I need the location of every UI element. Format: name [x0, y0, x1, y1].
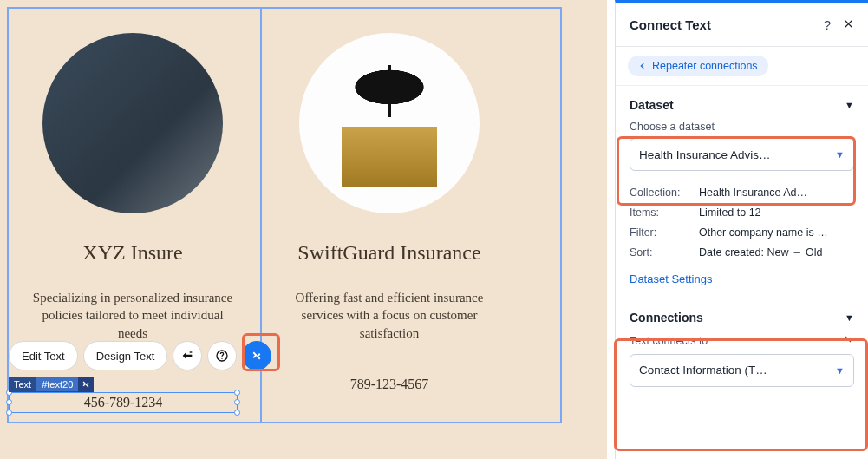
chevron-down-icon: ▼ [845, 312, 854, 323]
breadcrumb-back[interactable]: Repeater connections [628, 56, 768, 76]
meta-key: Sort: [630, 243, 692, 263]
dataset-dropdown-value: Health Insurance Advis… [639, 148, 771, 161]
connect-panel: Connect Text ? Repeater connections Data… [615, 0, 868, 459]
text-connects-value: Contact Information (T… [639, 364, 767, 377]
dataset-meta: Collection:Health Insurance Ad… Items:Li… [616, 178, 868, 264]
card-title: SwiftGuard Insurance [297, 241, 480, 265]
panel-close-icon[interactable] [843, 17, 854, 33]
animation-button[interactable] [173, 341, 202, 370]
repeater-item[interactable]: SwiftGuard Insurance Offering fast and e… [260, 7, 512, 423]
editor-canvas[interactable]: XYZ Insure Specializing in personalized … [0, 0, 607, 459]
meta-value: Health Insurance Ad… [699, 183, 854, 203]
text-connects-label: Text connects to [630, 335, 708, 347]
panel-help-icon[interactable]: ? [824, 17, 831, 32]
dataset-settings-link[interactable]: Dataset Settings [616, 264, 868, 298]
panel-header: Connect Text ? [616, 3, 868, 47]
card-description: Offering fast and efficient insurance se… [285, 289, 493, 342]
dataset-section-header[interactable]: Dataset ▼ [616, 86, 868, 121]
choose-dataset-label: Choose a dataset [616, 121, 868, 138]
meta-key: Items: [630, 203, 692, 223]
help-button[interactable] [207, 341, 237, 370]
connections-section-label: Connections [630, 311, 703, 325]
selection-box[interactable] [9, 392, 238, 413]
svg-point-1 [222, 358, 223, 359]
chevron-down-icon: ▼ [835, 365, 845, 376]
meta-key: Filter: [630, 223, 692, 243]
card-image [42, 33, 223, 213]
dataset-section-label: Dataset [630, 98, 674, 112]
meta-value: Date created: New → Old [699, 243, 854, 263]
selection-id-label: #text20 [36, 377, 78, 391]
connect-icon [842, 333, 854, 349]
breadcrumb-label: Repeater connections [652, 60, 758, 72]
panel-title: Connect Text [630, 17, 711, 32]
card-title: XYZ Insure [82, 241, 182, 265]
text-connects-dropdown[interactable]: Contact Information (T… ▼ [630, 354, 854, 387]
connect-data-button[interactable] [242, 341, 271, 370]
meta-key: Collection: [630, 183, 692, 203]
design-text-button[interactable]: Design Text [83, 341, 168, 370]
card-description: Specializing in personalized insurance p… [29, 289, 237, 342]
selection-tag: Text #text20 [9, 377, 94, 392]
meta-value: Limited to 12 [699, 203, 854, 223]
selection-kind-label: Text [9, 377, 36, 391]
element-toolbar: Edit Text Design Text [9, 340, 271, 371]
breadcrumb-row: Repeater connections [616, 47, 868, 86]
meta-value: Other company name is … [699, 223, 854, 243]
connections-section-header[interactable]: Connections ▼ [616, 298, 868, 333]
selection-data-icon [78, 377, 94, 392]
chevron-down-icon: ▼ [845, 100, 854, 110]
dataset-dropdown[interactable]: Health Insurance Advis… ▼ [630, 138, 854, 171]
chevron-down-icon: ▼ [835, 149, 845, 160]
card-image [299, 33, 480, 213]
card-phone: 789-123-4567 [350, 377, 429, 392]
edit-text-button[interactable]: Edit Text [9, 341, 78, 370]
